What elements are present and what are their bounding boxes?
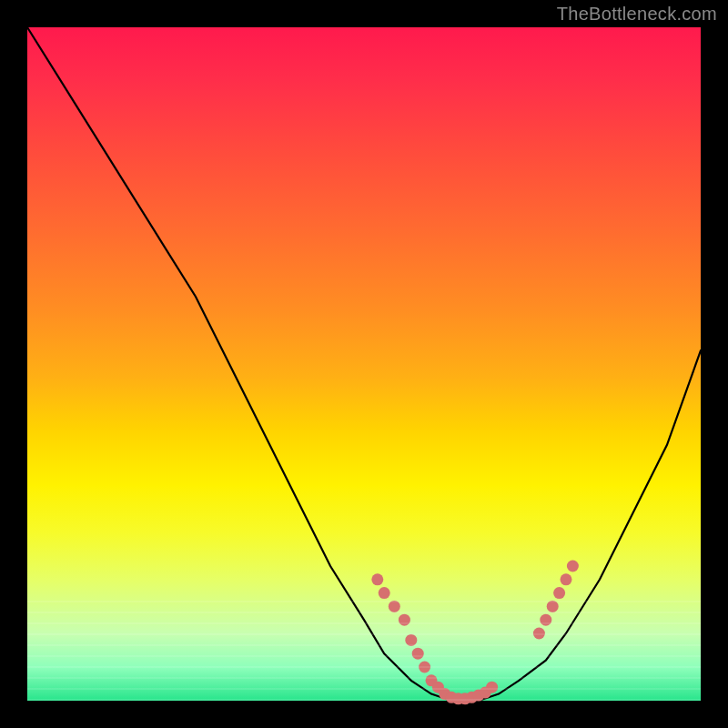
marker-dot	[399, 614, 410, 626]
marker-dot	[371, 573, 383, 585]
chart-frame: TheBottleneck.com	[0, 0, 728, 728]
marker-dot	[405, 634, 417, 646]
marker-dot	[553, 587, 565, 599]
marker-dot	[567, 561, 579, 572]
marker-dot	[561, 573, 572, 585]
marker-dot	[419, 662, 430, 673]
marker-layer	[371, 561, 579, 705]
bottleneck-curve-path	[27, 27, 701, 701]
marker-dot	[533, 628, 545, 640]
marker-dot	[540, 614, 551, 626]
marker-dot	[389, 601, 400, 612]
plot-area	[27, 27, 701, 701]
marker-dot	[379, 587, 390, 599]
marker-dot	[547, 601, 559, 612]
marker-dot	[412, 648, 424, 660]
watermark-text: TheBottleneck.com	[557, 4, 717, 25]
marker-dot	[486, 682, 498, 693]
curve-svg	[27, 27, 701, 701]
